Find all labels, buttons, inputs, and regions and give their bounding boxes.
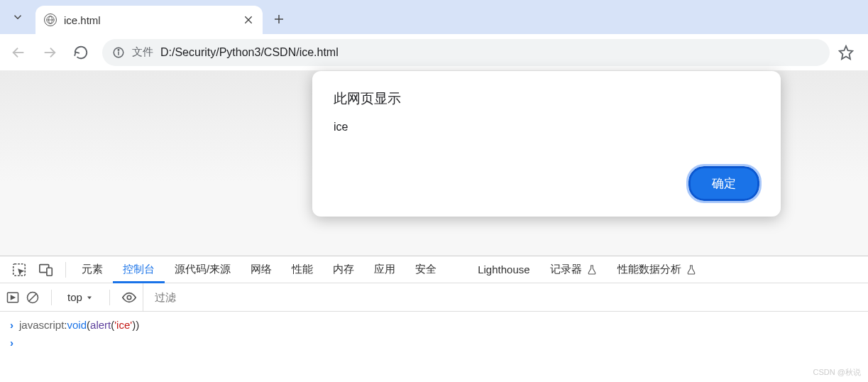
info-icon <box>112 46 125 59</box>
svg-point-21 <box>127 295 131 300</box>
svg-marker-12 <box>840 45 852 58</box>
devtools-tab-1[interactable]: 控制台 <box>113 256 165 283</box>
forward-button[interactable] <box>35 38 64 67</box>
url-text: D:/Security/Python3/CSDN/ice.html <box>160 46 820 59</box>
devtools-tab-label: 网络 <box>251 263 272 276</box>
flask-icon <box>686 264 697 275</box>
console-entry: › javascript:void(alert('ice')) <box>10 316 858 334</box>
devtools-tab-label: Lighthouse <box>478 263 529 275</box>
dialog-message: ice <box>334 121 759 133</box>
reload-button[interactable] <box>67 38 95 67</box>
prompt-caret-icon: › <box>10 319 13 331</box>
devtools-tab-label: 源代码/来源 <box>175 263 231 276</box>
clear-console-icon[interactable] <box>26 290 40 305</box>
plus-icon <box>273 13 285 26</box>
devtools-tab-label: 性能 <box>292 263 313 276</box>
console-code: javascript:void(alert('ice')) <box>19 319 139 331</box>
filter-input[interactable] <box>150 288 862 307</box>
globe-icon <box>44 13 57 26</box>
svg-line-19 <box>28 293 37 302</box>
svg-point-11 <box>118 49 119 50</box>
context-selector[interactable]: top <box>63 291 98 303</box>
devtools-tab-9[interactable]: 记录器 <box>540 256 608 283</box>
devtools-tab-10[interactable]: 性能数据分析 <box>608 256 707 283</box>
devtools-tab-2[interactable]: 源代码/来源 <box>165 256 241 283</box>
ok-button[interactable]: 确定 <box>688 166 759 201</box>
devtools-tab-label: 控制台 <box>123 263 155 276</box>
tab-search-button[interactable] <box>0 3 35 31</box>
address-bar: 文件 D:/Security/Python3/CSDN/ice.html <box>0 34 868 71</box>
live-expression-icon[interactable] <box>121 290 137 305</box>
devtools-tab-label: 安全 <box>415 263 436 276</box>
svg-rect-15 <box>47 268 52 275</box>
flask-icon <box>586 264 598 275</box>
sidebar-toggle-icon[interactable] <box>6 290 20 305</box>
svg-marker-17 <box>11 295 15 299</box>
devtools-tab-3[interactable]: 网络 <box>241 256 282 283</box>
browser-tab[interactable]: ice.html <box>35 6 263 34</box>
separator <box>65 262 66 278</box>
reload-icon <box>73 45 89 60</box>
dialog-title: 此网页显示 <box>334 89 759 108</box>
devtools-tab-label: 性能数据分析 <box>617 263 681 276</box>
chevron-down-icon <box>11 11 24 23</box>
device-toggle-icon[interactable] <box>38 262 54 278</box>
omnibox[interactable]: 文件 D:/Security/Python3/CSDN/ice.html <box>102 39 830 66</box>
new-tab-button[interactable] <box>267 7 291 31</box>
devtools-tab-7[interactable]: 安全 <box>405 256 446 283</box>
dialog-actions: 确定 <box>334 166 759 201</box>
devtools-tab-label: 内存 <box>333 263 354 276</box>
back-button[interactable] <box>4 38 33 67</box>
inspect-icon[interactable] <box>11 262 27 278</box>
devtools-panel: 元素控制台源代码/来源网络性能内存应用安全Lighthouse记录器性能数据分析… <box>0 256 868 382</box>
devtools-tab-0[interactable]: 元素 <box>72 256 113 283</box>
tab-title: ice.html <box>64 14 236 26</box>
devtools-tab-label: 应用 <box>374 263 395 276</box>
devtools-tab-4[interactable]: 性能 <box>282 256 323 283</box>
separator <box>51 290 52 305</box>
arrow-left-icon <box>11 45 26 60</box>
console-toolbar: top <box>0 283 868 312</box>
context-label: top <box>67 291 82 303</box>
alert-dialog: 此网页显示 ice 确定 <box>312 71 781 217</box>
devtools-tab-bar: 元素控制台源代码/来源网络性能内存应用安全Lighthouse记录器性能数据分析 <box>0 256 868 283</box>
devtools-tab-label: 记录器 <box>550 263 582 276</box>
devtools-tab-8[interactable]: Lighthouse <box>468 256 539 283</box>
file-label: 文件 <box>132 45 153 59</box>
watermark: CSDN @秋说 <box>813 367 861 378</box>
console-body[interactable]: › javascript:void(alert('ice')) › <box>0 312 868 356</box>
tab-strip: ice.html <box>0 0 868 34</box>
separator <box>109 290 110 305</box>
page-viewport: 此网页显示 ice 确定 <box>0 71 868 256</box>
bookmark-star-icon[interactable] <box>838 45 854 60</box>
devtools-tab-5[interactable]: 内存 <box>323 256 364 283</box>
dropdown-caret-icon <box>85 293 94 302</box>
svg-marker-20 <box>87 296 92 299</box>
devtools-tab-label: 元素 <box>82 263 103 276</box>
devtools-tab-6[interactable]: 应用 <box>364 256 405 283</box>
arrow-right-icon <box>42 45 57 60</box>
console-prompt[interactable]: › <box>10 334 858 351</box>
close-icon[interactable] <box>243 14 254 26</box>
prompt-caret-icon: › <box>10 337 13 349</box>
